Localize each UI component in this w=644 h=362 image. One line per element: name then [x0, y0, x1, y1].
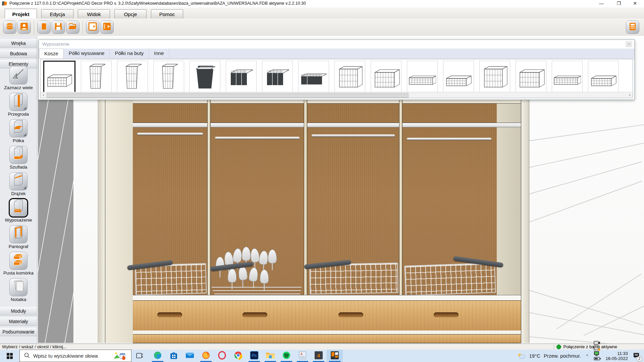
- start-button[interactable]: [0, 350, 19, 362]
- equipment-item-wire-hamper-tall[interactable]: [81, 61, 112, 95]
- panel-tab-inne[interactable]: Inne: [149, 49, 169, 58]
- menu-tab-pomoc[interactable]: Pomoc: [151, 9, 183, 18]
- scroll-left-icon[interactable]: ‹: [41, 92, 46, 98]
- hanging-rod: [407, 138, 491, 140]
- export-exit-button[interactable]: [101, 21, 113, 34]
- panel-scrollbar[interactable]: ‹ ›: [41, 92, 633, 98]
- sidebar-section-podsumowanie[interactable]: Podsumowanie: [0, 328, 37, 336]
- panel-close-icon[interactable]: ✕: [626, 41, 632, 47]
- taskbar-app-writer[interactable]: A: [294, 350, 311, 362]
- export-button[interactable]: [86, 21, 99, 34]
- taskbar-tray: 19°C Przew. pochmur. ^ 11:33 16-05-2022 …: [517, 350, 644, 362]
- wardrobe-left-wall: [105, 99, 133, 343]
- sidebar-tool-przegroda[interactable]: Przegroda: [0, 93, 37, 120]
- menu-tab-projekt[interactable]: Projekt: [5, 9, 37, 18]
- scrollbar-thumb[interactable]: [47, 93, 409, 98]
- taskbar-app-chrome[interactable]: [230, 350, 246, 362]
- solid-bin-with-handle-icon: [191, 62, 219, 94]
- taskbar-app-photoshop[interactable]: Ps: [246, 350, 262, 362]
- weather-text: Przew. pochmur.: [544, 353, 581, 359]
- panel-tab-półki-wysuwane[interactable]: Półki wysuwane: [64, 49, 110, 58]
- sidebar-section-materiały[interactable]: Materiały: [0, 317, 37, 326]
- taskbar-app-edge[interactable]: [150, 350, 166, 362]
- sidebar-section-wnęka[interactable]: Wnęka: [0, 39, 37, 48]
- save-button[interactable]: [52, 21, 65, 34]
- equipment-item-wire-basket-flat[interactable]: [43, 61, 75, 96]
- maximize-button[interactable]: ❐: [611, 0, 627, 7]
- user-button[interactable]: [18, 21, 31, 34]
- sidebar-tool-pantograf[interactable]: Pantograf: [0, 226, 37, 252]
- search-input[interactable]: Wpisz tu wyszukiwane słowa: [19, 350, 131, 362]
- sidebar-tool-półka[interactable]: Półka: [0, 120, 37, 146]
- taskbar-app-cad4[interactable]: 4: [311, 350, 327, 362]
- battery-icon[interactable]: [594, 356, 601, 361]
- sidebar-tool-wyposażenie[interactable]: Wyposażenie: [0, 199, 37, 226]
- panel-tab-półki-na-buty[interactable]: Półki na buty: [110, 49, 149, 58]
- menu-tab-widok[interactable]: Widok: [78, 9, 110, 18]
- equipment-item-wire-hamper-tall-wide[interactable]: [117, 61, 148, 95]
- menu-tab-opcje[interactable]: Opcje: [114, 9, 147, 18]
- notification-center-icon[interactable]: 2: [633, 352, 640, 360]
- database-button[interactable]: [3, 21, 16, 34]
- tray-chevron-icon[interactable]: ^: [586, 354, 588, 358]
- equipment-item-organizer-divided-wide[interactable]: [262, 61, 293, 95]
- weather-temp: 19°C: [529, 353, 540, 359]
- taskbar-app-spotify[interactable]: [278, 350, 294, 362]
- open-folder-button[interactable]: [66, 21, 79, 34]
- menu-tab-edycja[interactable]: Edycja: [41, 9, 73, 18]
- taskbar-app-explorer[interactable]: [262, 350, 278, 362]
- panel-tab-kosze[interactable]: Kosze: [39, 49, 64, 58]
- taskbar-app-mail[interactable]: [182, 350, 198, 362]
- taskbar-app-firefox[interactable]: [198, 350, 214, 362]
- sidebar-tool-label: Półka: [0, 138, 37, 143]
- equipment-item-wire-basket-narrow-long[interactable]: [552, 61, 583, 95]
- display-share-icon[interactable]: [594, 346, 601, 351]
- minimize-button[interactable]: —: [594, 0, 609, 7]
- equipment-item-wire-basket-medium[interactable]: [516, 61, 546, 95]
- close-button[interactable]: ✕: [627, 0, 643, 7]
- equipment-item-wire-basket-deep-large[interactable]: [334, 61, 365, 95]
- equipment-item-organizer-divided-long[interactable]: [298, 61, 329, 95]
- sidebar-tool-zaznacz-wiele[interactable]: Zaznacz wiele: [0, 67, 37, 93]
- weather-widget[interactable]: 19°C Przew. pochmur.: [517, 353, 581, 359]
- speaker-icon[interactable]: [594, 361, 601, 362]
- taskbar-app-store[interactable]: [166, 350, 182, 362]
- sidebar-tool-szuflada[interactable]: Szuflada: [0, 146, 37, 173]
- photoshop-icon: Ps: [250, 351, 259, 361]
- equipment-item-wire-basket-long-low[interactable]: [407, 61, 438, 95]
- toolbar: [0, 18, 644, 36]
- sidebar-tool-drążek[interactable]: Drążek: [0, 173, 37, 199]
- sidebar-section-budowa[interactable]: Budowa: [0, 50, 37, 58]
- network-monitor-icon[interactable]: [594, 351, 601, 356]
- equipment-item-wire-basket-deep[interactable]: [371, 61, 401, 95]
- clock-date: 16-05-2022: [606, 356, 628, 361]
- equipment-item-wire-tray-flat-2[interactable]: [588, 61, 619, 95]
- scroll-right-icon[interactable]: ›: [627, 92, 633, 98]
- calculator-button[interactable]: [626, 21, 639, 34]
- equipment-item-solid-bin-with-handle[interactable]: [190, 61, 220, 95]
- equipment-item-wire-tray-flat[interactable]: [443, 61, 474, 95]
- equipment-item-organizer-divided-small[interactable]: [226, 61, 257, 95]
- sidebar-tool-notatka[interactable]: Notatka: [0, 279, 37, 305]
- connection-status-icon: [556, 345, 561, 349]
- equipment-item-wire-hamper-tall-narrow[interactable]: [153, 61, 184, 95]
- task-view-icon[interactable]: [136, 352, 144, 361]
- taskbar-app-cad-decor[interactable]: [327, 350, 343, 362]
- panel-header[interactable]: Wyposażenie ✕: [39, 40, 634, 49]
- wire-basket-medium-icon: [517, 62, 545, 94]
- new-project-button[interactable]: [38, 21, 50, 34]
- clock[interactable]: 11:33 16-05-2022: [606, 351, 628, 361]
- taskbar-app-opera[interactable]: [214, 350, 230, 362]
- taskbar: Wpisz tu wyszukiwane słowa Ps A 4: [0, 350, 644, 362]
- calculator-button[interactable]: [626, 21, 641, 34]
- drawer-handle: [338, 312, 363, 317]
- camera-icon[interactable]: [594, 340, 601, 346]
- app-window: Połączenie z 127.0.0.1:D:\CADProjekt\CAD…: [0, 0, 644, 362]
- wire-basket-tall-deep-icon: [481, 62, 508, 94]
- user-icon: [20, 22, 29, 32]
- sidebar-section-moduły[interactable]: Moduły: [0, 307, 37, 315]
- sidebar-tool-label: Przegroda: [0, 112, 37, 117]
- toolbar-buttons: [3, 18, 115, 36]
- equipment-item-wire-basket-tall-deep[interactable]: [479, 61, 510, 95]
- sidebar-tool-pusta-komórka[interactable]: Pusta komórka: [0, 252, 37, 279]
